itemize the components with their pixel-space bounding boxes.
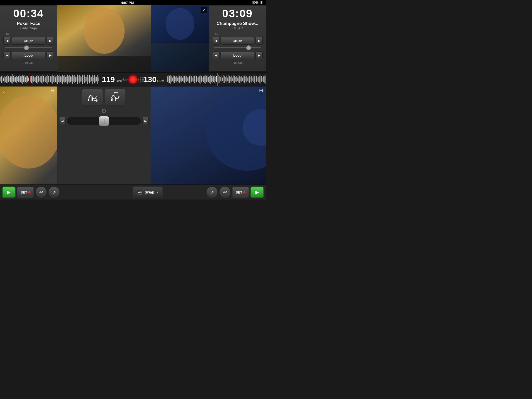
- right-video-thumb-svg: [151, 87, 266, 184]
- svg-rect-149: [96, 76, 96, 83]
- svg-rect-261: [244, 76, 244, 82]
- svg-rect-182: [187, 78, 188, 81]
- svg-rect-164: [174, 76, 175, 83]
- svg-rect-117: [73, 76, 74, 82]
- svg-rect-236: [226, 75, 226, 84]
- right-loop-prev-btn[interactable]: ◀: [212, 51, 220, 59]
- right-play-btn[interactable]: ▶: [250, 187, 264, 198]
- svg-rect-91: [55, 75, 55, 83]
- right-play-icon: ▶: [255, 189, 259, 195]
- right-fx-effect-btn[interactable]: Crush: [221, 37, 254, 45]
- right-extra-btn[interactable]: ↗: [206, 187, 218, 198]
- crossfader-track[interactable]: [66, 117, 141, 125]
- svg-rect-186: [190, 77, 190, 82]
- left-loop-next-btn[interactable]: ▶: [46, 51, 54, 59]
- svg-rect-277: [255, 77, 255, 82]
- svg-rect-223: [216, 76, 217, 82]
- svg-rect-213: [209, 76, 210, 83]
- right-fx-slider[interactable]: [214, 47, 261, 48]
- svg-rect-34: [14, 78, 15, 81]
- svg-rect-201: [201, 75, 201, 84]
- right-loop-effect-btn[interactable]: Loop: [221, 52, 254, 59]
- svg-rect-227: [220, 76, 220, 83]
- crossfader-left-arrow[interactable]: ◀: [59, 117, 65, 125]
- svg-point-4: [166, 8, 195, 40]
- waveform-left[interactable]: [0, 73, 99, 86]
- svg-rect-142: [91, 76, 91, 83]
- video-fx-buttons-row: [59, 89, 149, 105]
- svg-rect-259: [242, 78, 243, 81]
- left-deck-track-name: Poker Face: [17, 21, 41, 26]
- svg-rect-275: [254, 76, 254, 82]
- left-extra-btn[interactable]: ↗: [48, 187, 60, 198]
- svg-rect-286: [261, 76, 262, 82]
- svg-rect-136: [87, 77, 87, 82]
- svg-rect-145: [93, 76, 93, 82]
- svg-rect-45: [22, 77, 22, 82]
- settings-gear-btn[interactable]: ⚙: [101, 108, 107, 115]
- svg-rect-134: [85, 77, 85, 82]
- svg-rect-82: [48, 76, 49, 82]
- svg-point-294: [0, 96, 57, 169]
- svg-rect-203: [202, 78, 203, 81]
- left-fx-slider[interactable]: [5, 47, 52, 48]
- svg-rect-199: [199, 76, 200, 83]
- right-fx-slider-thumb[interactable]: [246, 45, 251, 50]
- right-fx-next-btn[interactable]: ▶: [255, 37, 263, 45]
- svg-rect-291: [265, 77, 265, 82]
- svg-rect-118: [74, 78, 74, 81]
- svg-rect-274: [253, 75, 253, 83]
- svg-rect-109: [67, 75, 68, 84]
- waveform-right[interactable]: [167, 73, 266, 86]
- svg-rect-228: [220, 77, 221, 82]
- svg-rect-114: [71, 76, 71, 83]
- left-video-fx-btn[interactable]: [82, 89, 103, 105]
- left-fx-slider-thumb[interactable]: [24, 45, 29, 50]
- svg-rect-39: [17, 77, 18, 82]
- left-fx-prev-btn[interactable]: ◀: [3, 37, 11, 45]
- left-undo-btn[interactable]: ↩: [35, 187, 47, 198]
- left-loop-effect-btn[interactable]: Loop: [12, 52, 45, 59]
- right-fx-slider-container[interactable]: [212, 46, 263, 49]
- right-set-btn[interactable]: SET: [232, 187, 249, 198]
- left-loop-prev-btn[interactable]: ◀: [3, 51, 11, 59]
- crossfader-right-arrow[interactable]: ▶: [142, 117, 149, 125]
- status-right: 80% 🔋: [252, 1, 263, 4]
- video-side-top: [151, 5, 209, 43]
- fullscreen-btn[interactable]: ⤢: [201, 7, 207, 13]
- svg-rect-127: [80, 76, 81, 82]
- record-btn[interactable]: [128, 75, 138, 84]
- svg-rect-184: [189, 77, 189, 82]
- left-play-btn[interactable]: ▶: [2, 187, 16, 198]
- gear-btn-container: ⚙: [101, 108, 107, 115]
- waveform-section: algoriddim: [0, 72, 266, 87]
- right-fx-prev-btn[interactable]: ◀: [212, 37, 220, 45]
- left-fx-effect-btn[interactable]: Crush: [12, 37, 45, 45]
- svg-rect-247: [234, 76, 234, 82]
- left-set-btn[interactable]: SET: [17, 187, 34, 198]
- right-video-fx-btn[interactable]: [105, 89, 126, 105]
- swap-btn[interactable]: A 8 Swap ▲: [133, 187, 163, 198]
- svg-rect-272: [251, 76, 252, 82]
- video-side-top-svg: [151, 5, 209, 43]
- svg-rect-28: [10, 75, 10, 84]
- svg-rect-47: [23, 76, 24, 82]
- right-loop-next-btn[interactable]: ▶: [255, 51, 263, 59]
- svg-rect-222: [216, 75, 216, 84]
- svg-rect-244: [231, 76, 232, 82]
- svg-rect-50: [25, 77, 26, 82]
- left-fx-next-btn[interactable]: ▶: [46, 37, 54, 45]
- svg-rect-74: [43, 75, 43, 84]
- crossfader-handle[interactable]: [99, 116, 109, 126]
- svg-rect-241: [229, 76, 230, 83]
- svg-rect-170: [178, 77, 179, 82]
- svg-rect-151: [97, 75, 98, 84]
- svg-rect-202: [201, 76, 202, 82]
- svg-rect-193: [195, 77, 195, 82]
- svg-rect-63: [35, 75, 35, 83]
- left-fx-slider-container[interactable]: [3, 46, 54, 49]
- crossfader-container[interactable]: ◀ ▶: [59, 117, 149, 125]
- svg-rect-175: [182, 78, 183, 81]
- video-main-left: [57, 5, 151, 72]
- right-undo-btn[interactable]: ↩: [219, 187, 231, 198]
